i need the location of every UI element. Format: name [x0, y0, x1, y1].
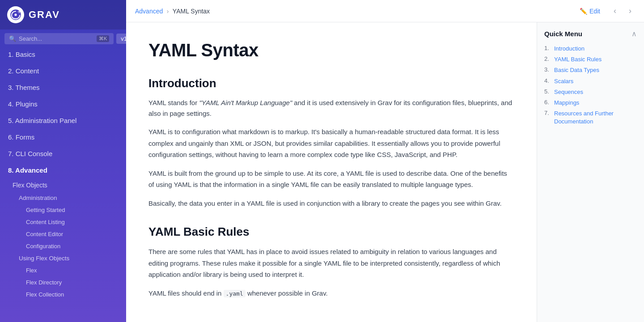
topbar: Advanced › YAML Syntax ✏️ Edit ‹ ›	[126, 0, 644, 22]
quick-menu-collapse-button[interactable]: ∧	[631, 30, 637, 38]
sidebar-logo: GRAV	[0, 0, 126, 30]
section-heading-basic-rules: YAML Basic Rules	[148, 225, 514, 239]
basic-rules-paragraph-2: YAML files should end in .yaml whenever …	[148, 288, 514, 299]
edit-button[interactable]: ✏️ Edit	[575, 6, 605, 17]
list-item: 7. Resources and Further Documentation	[544, 108, 637, 127]
version-selector[interactable]: v1.7 ▼	[116, 34, 126, 44]
quick-menu-num-7: 7.	[544, 110, 552, 116]
sidebar-item-themes[interactable]: 3. Themes	[0, 79, 126, 96]
list-item: 2. YAML Basic Rules	[544, 54, 637, 65]
intro-italic: "YAML Ain't Markup Language"	[199, 99, 292, 106]
search-input[interactable]	[19, 35, 94, 42]
topbar-actions: ✏️ Edit ‹ ›	[575, 4, 635, 17]
quick-menu-title: Quick Menu	[544, 30, 582, 38]
quick-menu-num-2: 2.	[544, 55, 552, 62]
section-heading-introduction: Introduction	[148, 76, 514, 90]
breadcrumb-current: YAML Syntax	[173, 8, 210, 15]
quick-menu-link-mappings[interactable]: Mappings	[554, 99, 579, 107]
sidebar-item-admin-panel[interactable]: 5. Administration Panel	[0, 112, 126, 129]
quick-menu-link-data-types[interactable]: Basic Data Types	[554, 66, 599, 74]
nav-list: 1. Basics 2. Content 3. Themes 4. Plugin…	[0, 46, 126, 301]
sidebar-item-flex-collection[interactable]: Flex Collection	[0, 288, 126, 301]
next-page-button[interactable]: ›	[625, 4, 635, 17]
svg-point-1	[14, 13, 17, 16]
logo-icon	[7, 6, 24, 23]
sidebar-item-getting-started[interactable]: Getting Started	[0, 204, 126, 216]
edit-label: Edit	[589, 8, 600, 15]
intro-paragraph-2: YAML is to configuration what markdown i…	[148, 126, 514, 161]
sidebar-item-basics[interactable]: 1. Basics	[0, 46, 126, 63]
list-item: 6. Mappings	[544, 97, 637, 108]
quick-menu-link-introduction[interactable]: Introduction	[554, 45, 585, 53]
quick-menu-num-6: 6.	[544, 99, 552, 106]
list-item: 1. Introduction	[544, 43, 637, 54]
sidebar-item-flex-objects[interactable]: Flex Objects	[0, 178, 126, 192]
search-icon: 🔍	[9, 35, 16, 42]
sidebar: GRAV 🔍 ⌘K v1.7 ▼ 1. Basics 2. Content 3.…	[0, 0, 126, 322]
list-item: 3. Basic Data Types	[544, 65, 637, 76]
sidebar-item-flex-directory[interactable]: Flex Directory	[0, 276, 126, 288]
breadcrumb-separator: ›	[167, 8, 169, 15]
sidebar-item-using-flex-objects[interactable]: Using Flex Objects	[0, 252, 126, 264]
list-item: 5. Sequences	[544, 87, 637, 97]
quick-menu-link-resources[interactable]: Resources and Further Documentation	[554, 110, 637, 126]
quick-menu-num-3: 3.	[544, 66, 552, 73]
search-shortcut: ⌘K	[97, 35, 109, 42]
edit-icon: ✏️	[580, 8, 587, 15]
sidebar-item-configuration[interactable]: Configuration	[0, 240, 126, 252]
sidebar-item-content-editor[interactable]: Content Editor	[0, 228, 126, 240]
sidebar-item-flex[interactable]: Flex	[0, 264, 126, 276]
quick-menu-list: 1. Introduction 2. YAML Basic Rules 3. B…	[544, 43, 637, 127]
breadcrumb: Advanced › YAML Syntax	[135, 7, 210, 15]
sidebar-item-plugins[interactable]: 4. Plugins	[0, 96, 126, 112]
quick-menu-link-sequences[interactable]: Sequences	[554, 88, 583, 96]
quick-menu-header: Quick Menu ∧	[544, 30, 637, 38]
list-item: 4. Scalars	[544, 76, 637, 87]
sidebar-item-content-listing[interactable]: Content Listing	[0, 216, 126, 228]
page-content: YAML Syntax Introduction YAML stands for…	[126, 22, 537, 322]
quick-menu-num-1: 1.	[544, 45, 552, 51]
intro-paragraph-1: YAML stands for "YAML Ain't Markup Langu…	[148, 97, 514, 119]
sidebar-item-content[interactable]: 2. Content	[0, 63, 126, 79]
sidebar-item-cli[interactable]: 7. CLI Console	[0, 145, 126, 162]
search-box[interactable]: 🔍 ⌘K	[4, 33, 114, 44]
basic-rules-paragraph-1: There are some rules that YAML has in pl…	[148, 246, 514, 280]
quick-menu-num-4: 4.	[544, 77, 552, 84]
intro-paragraph-3: YAML is built from the ground up to be s…	[148, 168, 514, 191]
logo-text: GRAV	[29, 9, 60, 21]
version-label: v1.7	[121, 35, 126, 42]
quick-menu-num-5: 5.	[544, 88, 552, 95]
quick-menu-panel: Quick Menu ∧ 1. Introduction 2. YAML Bas…	[537, 22, 644, 322]
main-panel: Advanced › YAML Syntax ✏️ Edit ‹ › YAML …	[126, 0, 644, 322]
sidebar-item-advanced[interactable]: 8. Advanced	[0, 162, 126, 178]
sidebar-item-administration[interactable]: Administration	[0, 192, 126, 204]
quick-menu-link-scalars[interactable]: Scalars	[554, 77, 573, 85]
intro-paragraph-4: Basically, the data you enter in a YAML …	[148, 198, 514, 209]
breadcrumb-parent[interactable]: Advanced	[135, 8, 163, 15]
content-area: YAML Syntax Introduction YAML stands for…	[126, 22, 644, 322]
quick-menu-link-basic-rules[interactable]: YAML Basic Rules	[554, 55, 602, 64]
sidebar-item-forms[interactable]: 6. Forms	[0, 129, 126, 145]
prev-page-button[interactable]: ‹	[610, 4, 620, 17]
page-title: YAML Syntax	[148, 40, 514, 60]
